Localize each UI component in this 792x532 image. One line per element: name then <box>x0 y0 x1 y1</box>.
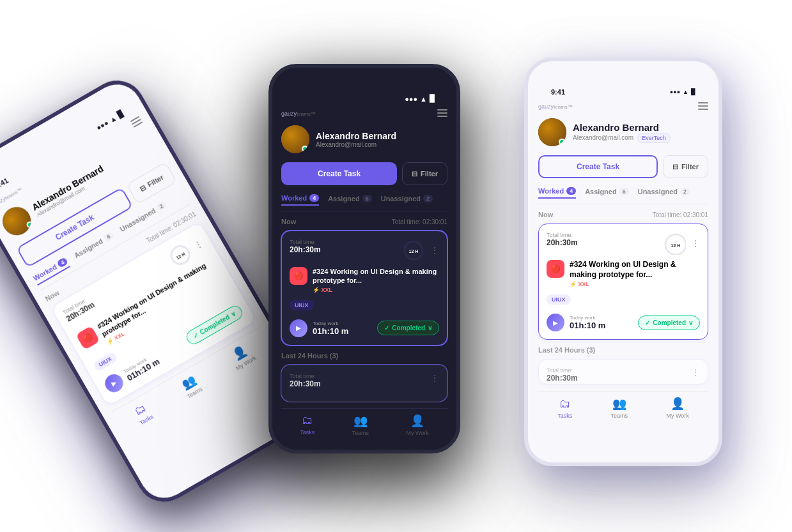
nav-tasks-center[interactable]: 🗂 Tasks <box>300 414 314 436</box>
wifi-right: ▲ <box>683 89 688 95</box>
brand-header-center: gauzyteams™ <box>281 105 447 118</box>
signal-center: ●●● <box>405 95 417 103</box>
nav-teams-center[interactable]: 👥 Teams <box>352 414 369 436</box>
svg-text:12 H: 12 H <box>671 243 681 248</box>
time-right: 9:41 <box>551 88 565 96</box>
task-menu-last-center[interactable]: ⋮ <box>430 373 439 383</box>
nav-teams-left[interactable]: 👥 Teams <box>178 372 203 400</box>
tabs-right: Worked 4 Assigned 6 Unassigned 2 <box>538 187 708 204</box>
create-task-button-right[interactable]: Create Task <box>538 155 658 178</box>
filter-button-right[interactable]: ⊟ Filter <box>663 155 708 178</box>
task-menu-right[interactable]: ⋮ <box>691 238 700 248</box>
wifi-center: ▲ <box>420 95 427 103</box>
menu-icon-center[interactable] <box>437 109 447 117</box>
section-now-center: Now Total time: 02:30:01 <box>281 218 447 225</box>
progress-ring-center: 12 H <box>402 239 425 262</box>
completed-button-center[interactable]: ✓ Completed ∨ <box>377 321 439 335</box>
status-bar-right: 9:41 ●●● ▲ ▉ <box>538 82 708 98</box>
task-menu-center[interactable]: ⋮ <box>430 245 439 255</box>
task-card-last-right: Total time: 20h:30m ⋮ <box>538 359 708 384</box>
task-icon-right: 🔴 <box>547 260 564 278</box>
tag-badge-center: UIUX <box>290 300 314 310</box>
section-last24-center: Last 24 Hours (3) <box>281 352 447 360</box>
nav-tasks-right[interactable]: 🗂 Tasks <box>557 397 572 419</box>
create-task-button-center[interactable]: Create Task <box>281 162 397 185</box>
user-row-center: Alexandro Bernard Alexandro@mail.com <box>281 125 447 153</box>
action-buttons-center: Create Task ⊟ Filter <box>281 162 447 185</box>
user-email-center: Alexandro@mail.com <box>316 141 447 148</box>
phone-center: ●●● ▲ ▉ gauzyteams™ Al <box>268 64 460 453</box>
task-icon-center: 🔴 <box>290 267 307 285</box>
progress-ring-right: 12 H <box>663 232 686 255</box>
status-icons-right: ●●● ▲ ▉ <box>670 89 695 95</box>
nav-teams-right[interactable]: 👥 Teams <box>611 397 628 419</box>
signal-right: ●●● <box>670 89 680 95</box>
user-name-center: Alexandro Bernard <box>316 131 447 141</box>
phone-right: 9:41 ●●● ▲ ▉ gauzyteams™ <box>524 57 722 466</box>
avatar-right <box>538 118 566 146</box>
tag-badge-right: UIUX <box>547 294 571 305</box>
menu-icon-right[interactable] <box>698 102 708 110</box>
online-dot-center <box>302 146 308 152</box>
brand-header-right: gauzyteams™ <box>538 98 708 110</box>
user-row-right: Alexandro Bernard Alexandro@mail.com Eve… <box>538 118 708 146</box>
user-info-center: Alexandro Bernard Alexandro@mail.com <box>316 131 447 148</box>
svg-text:12 H: 12 H <box>409 249 419 254</box>
battery-left: ▉ <box>116 110 125 119</box>
notch-right <box>588 61 658 78</box>
tab-unassigned-center[interactable]: Unassigned 2 <box>381 194 433 206</box>
completed-button-right[interactable]: ✓ Completed ∨ <box>638 315 700 330</box>
svg-text:12 H: 12 H <box>176 252 186 260</box>
bottom-nav-right: 🗂 Tasks 👥 Teams 👤 My Work <box>538 391 708 427</box>
filter-icon-left: ⊟ <box>138 183 147 194</box>
brand-logo-right: gauzyteams™ <box>538 101 573 110</box>
work-avatar-right: ▶ <box>547 314 564 331</box>
task-card-now-center: Total time: 20h:30m 12 H ⋮ 🔴 <box>281 231 447 346</box>
status-bar-center: ●●● ▲ ▉ <box>281 88 447 105</box>
battery-right: ▉ <box>691 89 695 95</box>
task-card-last-center: Total time: 20h:30m ⋮ <box>281 365 447 402</box>
nav-mywork-center[interactable]: 👤 My Work <box>406 414 428 436</box>
tab-assigned-right[interactable]: Assigned 6 <box>585 187 629 199</box>
tag-badge-left: UIUX <box>92 351 118 372</box>
scene: 9:41 ●●● ▲ ▉ gauzyteams™ <box>0 0 792 532</box>
task-icon-left: 🔴 <box>75 326 100 350</box>
section-last24-right: Last 24 Hours (3) <box>538 346 708 354</box>
work-avatar-left: ▶ <box>102 371 126 395</box>
tab-unassigned-right[interactable]: Unassigned 2 <box>638 187 690 199</box>
action-buttons-right: Create Task ⊟ Filter <box>538 155 708 178</box>
section-now-right: Now Total time: 02:30:01 <box>538 211 708 218</box>
filter-button-center[interactable]: ⊟ Filter <box>402 162 447 185</box>
company-badge: EverTech <box>637 133 671 143</box>
online-dot-left <box>26 220 35 229</box>
user-email-right: Alexandro@mail.com <box>573 134 633 141</box>
nav-mywork-right[interactable]: 👤 My Work <box>666 397 688 419</box>
progress-ring-left: 12 H <box>164 239 196 271</box>
status-icons-center: ●●● ▲ ▉ <box>405 95 435 103</box>
battery-center: ▉ <box>430 95 435 103</box>
tab-worked-right[interactable]: Worked 4 <box>538 187 576 199</box>
nav-tasks-left[interactable]: 🗂 Tasks <box>131 400 155 427</box>
tab-assigned-center[interactable]: Assigned 6 <box>328 194 372 206</box>
task-menu-left[interactable]: ⋮ <box>192 238 205 251</box>
task-card-now-right: Total time: 20h:30m 12 H ⋮ 🔴 <box>538 224 708 340</box>
filter-icon-right: ⊟ <box>672 163 678 171</box>
tab-worked-center[interactable]: Worked 4 <box>281 194 319 206</box>
user-info-right: Alexandro Bernard Alexandro@mail.com Eve… <box>573 122 708 143</box>
brand-logo-center: gauzyteams™ <box>281 108 316 118</box>
bottom-nav-center: 🗂 Tasks 👥 Teams 👤 My Work <box>281 408 447 444</box>
task-menu-last-right[interactable]: ⋮ <box>691 367 700 377</box>
menu-icon-left[interactable] <box>130 116 143 127</box>
avatar-left <box>0 202 36 240</box>
user-name-right: Alexandro Bernard <box>573 122 708 133</box>
avatar-center <box>281 125 309 153</box>
work-avatar-center: ▶ <box>290 319 307 337</box>
filter-icon-center: ⊟ <box>412 170 417 178</box>
online-dot-right <box>559 139 565 145</box>
wifi-left: ▲ <box>108 114 118 124</box>
notch-center <box>329 68 400 84</box>
nav-mywork-left[interactable]: 👤 My Work <box>226 340 257 371</box>
tabs-center: Worked 4 Assigned 6 Unassigned 2 <box>281 194 447 211</box>
